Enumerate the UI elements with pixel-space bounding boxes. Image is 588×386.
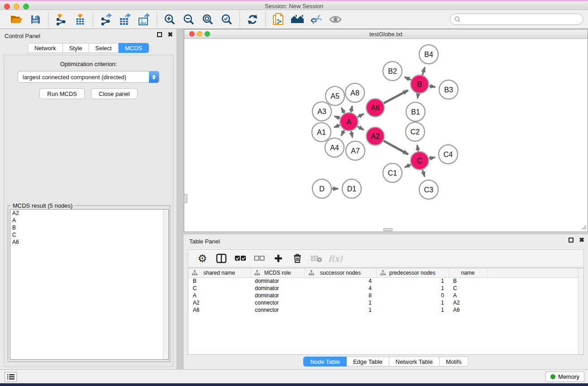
graph-node-label-B4: B4 bbox=[424, 51, 433, 58]
graph-edge-A-A7[interactable] bbox=[351, 131, 352, 138]
memory-button[interactable]: Memory bbox=[545, 372, 584, 382]
import-table-button[interactable] bbox=[72, 12, 88, 27]
tab-motifs[interactable]: Motifs bbox=[440, 357, 468, 367]
result-list-item[interactable]: C bbox=[10, 231, 168, 238]
tab-network[interactable]: Network bbox=[28, 43, 63, 53]
result-list-item[interactable]: A6 bbox=[10, 238, 168, 246]
task-history-button[interactable] bbox=[5, 372, 17, 382]
run-mcds-button[interactable]: Run MCDS bbox=[39, 88, 85, 99]
zoom-selected-button[interactable] bbox=[219, 12, 235, 27]
export-network-button[interactable] bbox=[98, 12, 114, 27]
close-panel-icon[interactable]: ✖ bbox=[167, 32, 173, 37]
network-graph[interactable]: AA1A2A3A4A5A6A7A8BB1B2B3B4CC1C2C3C4DD1 bbox=[184, 39, 588, 231]
result-list-item[interactable]: B bbox=[10, 224, 168, 231]
graph-edge-C-C1[interactable] bbox=[405, 165, 411, 167]
zoom-in-icon bbox=[164, 14, 176, 25]
unchecked-boxes-icon bbox=[254, 255, 265, 262]
zoom-selected-icon bbox=[221, 14, 233, 25]
hierarchy-icon bbox=[192, 270, 197, 276]
zoom-in-button[interactable] bbox=[162, 12, 178, 27]
graph-edge-C-C3[interactable] bbox=[422, 170, 425, 176]
col-successor-nodes[interactable]: successor nodes bbox=[305, 268, 376, 277]
search-icon bbox=[454, 16, 461, 23]
delete-column-button[interactable] bbox=[290, 252, 305, 265]
table-scrollbar[interactable] bbox=[578, 268, 583, 354]
table-close-panel-icon[interactable]: ✖ bbox=[579, 238, 584, 243]
float-panel-icon[interactable] bbox=[157, 32, 162, 37]
result-list-scrollbar[interactable] bbox=[163, 210, 168, 359]
table-settings-button[interactable]: ⚙ bbox=[195, 252, 210, 265]
graph-edge-B-B3[interactable] bbox=[429, 86, 435, 87]
import-network-icon bbox=[55, 13, 67, 26]
mcds-result-title: MCDS result (5 nodes) bbox=[11, 202, 74, 209]
search-input[interactable] bbox=[461, 15, 583, 24]
col-predecessor-nodes[interactable]: predecessor nodes bbox=[376, 268, 449, 277]
table-row[interactable]: A2connector11A2 bbox=[188, 299, 578, 306]
graph-node-label-A7: A7 bbox=[351, 147, 360, 155]
save-session-button[interactable] bbox=[27, 12, 43, 27]
graph-edge-A6-B[interactable] bbox=[384, 91, 408, 104]
bottom-splitter-handle[interactable] bbox=[383, 228, 392, 231]
function-builder-button-disabled[interactable]: f(x) bbox=[328, 252, 343, 265]
optimization-criterion-select[interactable]: largest connected component (directed) bbox=[18, 71, 159, 83]
col-name[interactable]: name bbox=[449, 268, 487, 277]
graph-edge-A-A4[interactable] bbox=[341, 130, 344, 136]
zoom-out-button[interactable] bbox=[181, 12, 197, 27]
select-all-button[interactable] bbox=[233, 252, 248, 265]
graph-edge-A-A5[interactable] bbox=[341, 108, 344, 113]
graph-edge-A-A6[interactable] bbox=[358, 114, 364, 117]
result-list-item[interactable]: A bbox=[10, 217, 168, 224]
table-float-panel-icon[interactable] bbox=[569, 238, 574, 243]
close-panel-button[interactable]: Close panel bbox=[91, 88, 138, 99]
copy-network-button[interactable] bbox=[270, 12, 287, 27]
graph-edge-A2-C[interactable] bbox=[383, 141, 408, 154]
import-network-button[interactable] bbox=[53, 12, 69, 27]
show-columns-button[interactable] bbox=[214, 252, 229, 265]
table-panel: Table Panel ✖ ⚙ bbox=[184, 234, 588, 369]
table-row[interactable]: Cdominator41C bbox=[188, 285, 578, 292]
graph-edge-A-A3[interactable] bbox=[335, 116, 340, 119]
col-shared-name[interactable]: shared name bbox=[188, 268, 250, 277]
graph-edge-C-C4[interactable] bbox=[429, 157, 435, 159]
show-eye-button[interactable] bbox=[327, 12, 344, 27]
export-table-button[interactable] bbox=[117, 12, 133, 27]
graph-edge-A-A2[interactable] bbox=[357, 126, 363, 130]
graph-node-label-A8: A8 bbox=[350, 89, 359, 97]
col-mcds-role[interactable]: MCDS role bbox=[250, 268, 305, 277]
graph-edge-B-B2[interactable] bbox=[405, 77, 411, 80]
add-column-button[interactable] bbox=[271, 252, 286, 265]
home-view-button[interactable] bbox=[289, 12, 306, 27]
hierarchy-icon bbox=[309, 270, 314, 276]
table-row[interactable]: A6connector11A6 bbox=[188, 306, 578, 314]
graph-edge-A-A1[interactable] bbox=[334, 125, 340, 127]
zoom-fit-icon bbox=[202, 14, 214, 25]
table-row[interactable]: Adominator80A bbox=[188, 292, 578, 299]
graph-edge-C-C2[interactable] bbox=[417, 145, 418, 152]
result-list-item[interactable]: A2 bbox=[10, 210, 168, 217]
left-splitter-handle[interactable] bbox=[184, 194, 187, 203]
export-image-button[interactable] bbox=[136, 12, 152, 27]
graph-edge-B-B1[interactable] bbox=[417, 94, 418, 99]
zoom-fit-button[interactable] bbox=[200, 12, 216, 27]
tab-mcds[interactable]: MCDS bbox=[119, 43, 149, 53]
resize-grip-icon[interactable] bbox=[580, 224, 587, 230]
network-canvas[interactable]: AA1A2A3A4A5A6A7A8BB1B2B3B4CC1C2C3C4DD1 bbox=[184, 39, 588, 231]
graph-node-label-A4: A4 bbox=[330, 144, 339, 152]
unselect-all-button[interactable] bbox=[252, 252, 267, 265]
tab-edge-table[interactable]: Edge Table bbox=[347, 357, 389, 367]
graph-node-label-C2: C2 bbox=[411, 128, 420, 136]
hide-glasses-button[interactable] bbox=[308, 12, 325, 27]
status-bar: Memory bbox=[0, 369, 588, 383]
table-row[interactable]: Bdominator41B bbox=[188, 277, 578, 285]
tab-network-table[interactable]: Network Table bbox=[389, 357, 440, 367]
delete-table-button-disabled[interactable] bbox=[309, 252, 324, 265]
graph-edge-B-B4[interactable] bbox=[422, 67, 425, 75]
tab-select[interactable]: Select bbox=[89, 43, 119, 53]
graph-node-label-B2: B2 bbox=[388, 67, 397, 75]
tab-node-table[interactable]: Node Table bbox=[303, 357, 347, 367]
mcds-result-list[interactable]: A2ABCA6 bbox=[10, 209, 169, 360]
open-session-button[interactable] bbox=[8, 12, 24, 27]
tab-style[interactable]: Style bbox=[63, 43, 89, 53]
graph-edge-A-A8[interactable] bbox=[351, 106, 352, 112]
apply-layout-button[interactable] bbox=[244, 12, 261, 27]
